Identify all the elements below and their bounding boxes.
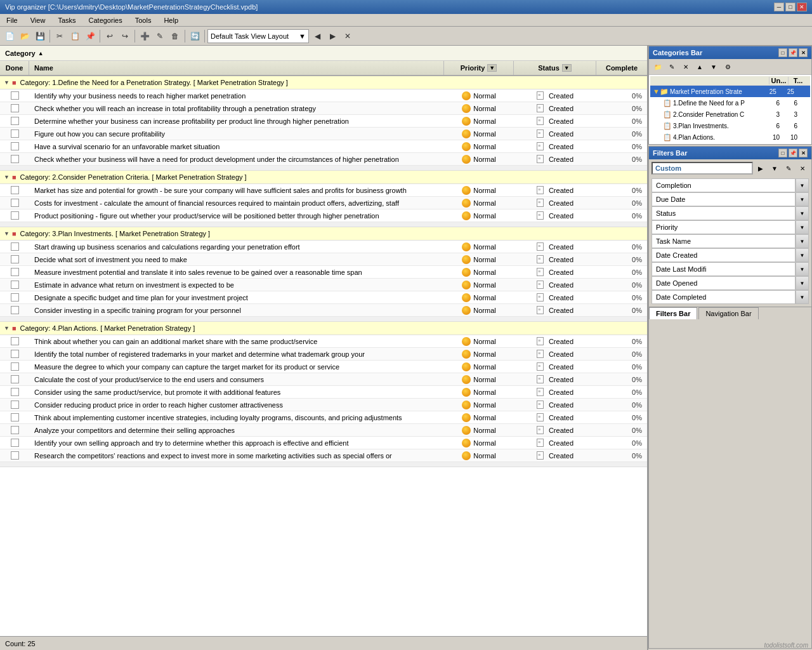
task-checkbox[interactable]: [11, 242, 19, 251]
filter-clear-button[interactable]: ✕: [796, 162, 809, 175]
task-checkbox[interactable]: [11, 388, 19, 396]
task-checkbox[interactable]: [11, 293, 19, 302]
cut-button[interactable]: ✂: [53, 29, 67, 43]
categories-restore-button[interactable]: □: [778, 48, 787, 57]
task-row: Costs for investment - calculate the amo…: [0, 197, 647, 209]
task-checkbox[interactable]: [11, 129, 19, 138]
task-checkbox[interactable]: [11, 401, 19, 409]
tab-filters-bar[interactable]: Filters Bar: [649, 307, 697, 319]
task-checkbox[interactable]: [11, 362, 19, 371]
filter-dropdown-0[interactable]: ▼: [796, 179, 808, 192]
category-row-3[interactable]: ▼ ■ Category: 3.Plan Investments. [ Mark…: [0, 227, 647, 241]
cat-add-button[interactable]: 📁: [652, 60, 664, 73]
filter-dropdown-2[interactable]: ▼: [796, 207, 808, 220]
save-button[interactable]: 💾: [33, 29, 47, 43]
category-row-4[interactable]: ▼ ■ Category: 4.Plan Actions. [ Market P…: [0, 322, 647, 335]
filters-close-button[interactable]: ✕: [799, 149, 808, 157]
filter-dropdown-5[interactable]: ▼: [796, 249, 808, 262]
task-checkbox[interactable]: [11, 255, 19, 263]
delete-task-button[interactable]: 🗑: [168, 29, 182, 43]
menu-categories[interactable]: Categories: [85, 15, 126, 25]
redo-button[interactable]: ↪: [118, 29, 132, 43]
task-checkbox[interactable]: [11, 350, 19, 358]
refresh-button[interactable]: 🔄: [188, 29, 202, 43]
task-name-cell: Costs for investment - calculate the amo…: [29, 198, 444, 208]
layout-dropdown[interactable]: Default Task View Layout ▼: [207, 29, 309, 43]
menu-file[interactable]: File: [3, 15, 22, 25]
status-label: Created: [549, 143, 573, 150]
tree-item-1[interactable]: 📋 1.Define the Need for a P 6 6: [650, 97, 810, 109]
task-checkbox[interactable]: [11, 91, 19, 100]
tree-item-0[interactable]: ▼📁 Market Penetration Strate 25 25: [650, 86, 810, 97]
tree-item-4[interactable]: 📋 4.Plan Actions. 10 10: [650, 131, 810, 143]
task-checkbox[interactable]: [11, 199, 19, 207]
menu-tasks[interactable]: Tasks: [54, 15, 79, 25]
tree-item-2[interactable]: 📋 2.Consider Penetration C 3 3: [650, 109, 810, 120]
task-checkbox[interactable]: [11, 337, 19, 345]
undo-button[interactable]: ↩: [103, 29, 117, 43]
task-checkbox[interactable]: [11, 104, 19, 112]
task-checkbox[interactable]: [11, 142, 19, 150]
edit-task-button[interactable]: ✎: [153, 29, 167, 43]
minimize-button[interactable]: ─: [774, 3, 784, 11]
paste-button[interactable]: 📌: [83, 29, 97, 43]
filter-dropdown-6[interactable]: ▼: [796, 263, 808, 275]
category-row-1[interactable]: ▼ ■ Category: 1.Define the Need for a Pe…: [0, 76, 647, 90]
filter-edit-button[interactable]: ✎: [782, 162, 795, 175]
filter-dropdown-4[interactable]: ▼: [796, 235, 808, 248]
status-doc-icon: [537, 242, 544, 251]
task-checkbox[interactable]: [11, 186, 19, 194]
filter-dropdown-btn[interactable]: ▼: [768, 162, 781, 175]
new-button[interactable]: 📄: [3, 29, 16, 43]
task-checkbox[interactable]: [11, 155, 19, 163]
cat-up-button[interactable]: ▲: [693, 60, 706, 73]
task-checkbox[interactable]: [11, 413, 19, 421]
filter-custom-input[interactable]: [652, 162, 753, 175]
status-filter-icon[interactable]: ▼: [562, 64, 572, 72]
task-checkbox[interactable]: [11, 426, 19, 434]
layout-prev[interactable]: ◀: [310, 29, 324, 43]
col-name[interactable]: Name: [29, 61, 444, 75]
add-task-button[interactable]: ➕: [138, 29, 152, 43]
open-button[interactable]: 📂: [18, 29, 32, 43]
menu-tools[interactable]: Tools: [131, 15, 155, 25]
layout-next[interactable]: ▶: [325, 29, 339, 43]
priority-dot-icon: [462, 91, 471, 100]
task-checkbox[interactable]: [11, 306, 19, 314]
filter-dropdown-3[interactable]: ▼: [796, 221, 808, 234]
cat-down-button[interactable]: ▼: [707, 60, 720, 73]
task-checkbox[interactable]: [11, 117, 19, 125]
menu-view[interactable]: View: [27, 15, 49, 25]
task-checkbox[interactable]: [11, 375, 19, 383]
col-complete[interactable]: Complete: [596, 61, 647, 75]
filters-restore-button[interactable]: □: [778, 149, 787, 157]
priority-filter-icon[interactable]: ▼: [487, 64, 497, 72]
task-checkbox[interactable]: [11, 281, 19, 289]
menu-help[interactable]: Help: [160, 15, 182, 25]
filter-dropdown-8[interactable]: ▼: [796, 291, 808, 303]
col-done[interactable]: Done: [0, 61, 29, 75]
tab-navigation-bar[interactable]: Navigation Bar: [698, 307, 758, 319]
task-checkbox[interactable]: [11, 268, 19, 276]
categories-pin-button[interactable]: 📌: [789, 48, 797, 57]
filters-pin-button[interactable]: 📌: [789, 149, 797, 157]
col-priority[interactable]: Priority ▼: [444, 61, 514, 75]
task-checkbox[interactable]: [11, 211, 19, 220]
task-checkbox[interactable]: [11, 439, 19, 447]
cat-delete-button[interactable]: ✕: [679, 60, 692, 73]
maximize-button[interactable]: □: [785, 3, 796, 11]
cat-props-button[interactable]: ⚙: [721, 60, 734, 73]
title-controls[interactable]: ─ □ ✕: [774, 3, 807, 11]
filter-run-button[interactable]: ▶: [754, 162, 767, 175]
cat-edit-button[interactable]: ✎: [665, 60, 678, 73]
layout-close[interactable]: ✕: [341, 29, 355, 43]
categories-close-button[interactable]: ✕: [799, 48, 808, 57]
task-checkbox[interactable]: [11, 451, 19, 460]
close-button[interactable]: ✕: [797, 3, 807, 11]
col-status[interactable]: Status ▼: [514, 61, 596, 75]
filter-dropdown-7[interactable]: ▼: [796, 277, 808, 289]
copy-button[interactable]: 📋: [68, 29, 82, 43]
filter-dropdown-1[interactable]: ▼: [796, 193, 808, 206]
category-row-2[interactable]: ▼ ■ Category: 2.Consider Penetration Cri…: [0, 171, 647, 184]
tree-item-3[interactable]: 📋 3.Plan Investments. 6 6: [650, 120, 810, 131]
